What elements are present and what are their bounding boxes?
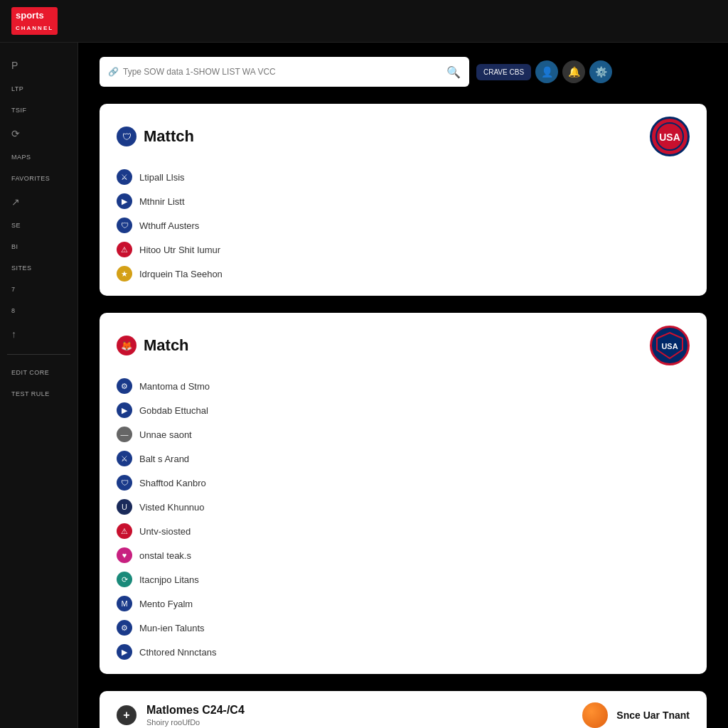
- item-icon: ⚔: [117, 169, 132, 185]
- t-icon: ↑: [11, 328, 16, 340]
- sidebar-item-bi[interactable]: BI: [7, 240, 70, 253]
- se-label: SE: [11, 222, 21, 229]
- card-1-header: 🛡 Mattch USA: [117, 117, 690, 156]
- item-icon: 🛡: [117, 475, 132, 491]
- shield-logo-svg: USA: [655, 331, 684, 360]
- list-item[interactable]: ▶ Mthnir Listt: [117, 192, 690, 210]
- item-icon: ⟳: [117, 572, 132, 587]
- item7-label: 7: [11, 286, 16, 293]
- search-bar[interactable]: 🔗 🔍: [100, 57, 469, 87]
- sidebar-item-t[interactable]: ↑: [7, 326, 70, 343]
- maps-label: MAPS: [11, 154, 31, 161]
- sidebar-item-maps[interactable]: MAPS: [7, 151, 70, 164]
- item-icon: M: [117, 596, 132, 611]
- list-item[interactable]: 🛡 Shafftod Kanbro: [117, 473, 690, 492]
- list-item[interactable]: 🛡 Wthuff Austers: [117, 216, 690, 235]
- item-text: Visted Khunnuo: [139, 502, 205, 513]
- sidebar: P LTP TSIF ⟳ MAPS Favorites ↗ SE BI Site…: [0, 43, 78, 728]
- profile-button[interactable]: 👤: [535, 60, 558, 83]
- item-text: Wthuff Austers: [139, 220, 199, 231]
- item-text: Shafftod Kanbro: [139, 478, 206, 488]
- item-text: Gobdab Ettuchal: [139, 405, 208, 416]
- item-text: Untv-siosted: [139, 526, 191, 537]
- list-item[interactable]: ★ Idrquein Tla Seehon: [117, 264, 690, 283]
- sites-label: Sites: [11, 264, 32, 272]
- item-text: Mantoma d Stmo: [139, 381, 210, 392]
- sidebar-item-arrow[interactable]: ↗: [7, 193, 70, 210]
- search-prefix-icon: 🔗: [108, 67, 119, 77]
- bottom-card-title: Matlomes C24-/C4: [146, 704, 245, 717]
- app-layout: P LTP TSIF ⟳ MAPS Favorites ↗ SE BI Site…: [0, 43, 728, 728]
- bottom-card-subtitle: Shoiry rooUfDo: [146, 718, 245, 727]
- item-text: Hitoo Utr Shit Iumur: [139, 245, 220, 255]
- bottom-card[interactable]: + Matlomes C24-/C4 Shoiry rooUfDo Snce U…: [100, 691, 707, 728]
- list-item[interactable]: ⚠ Hitoo Utr Shit Iumur: [117, 240, 690, 259]
- bottom-card-right: Snce Uar Tnant: [582, 702, 690, 728]
- svg-text:USA: USA: [661, 342, 678, 350]
- notification-button[interactable]: 🔔: [562, 60, 585, 83]
- card-2-team-logo: USA: [650, 326, 690, 365]
- list-item[interactable]: ♥ onstal teak.s: [117, 546, 690, 564]
- header-actions: CRAVE CBS 👤 🔔 ⚙️: [476, 60, 612, 83]
- channel-sub: CHANNEL: [16, 25, 53, 31]
- card-2-title: Match: [144, 336, 189, 355]
- list-item[interactable]: — Unnae saont: [117, 425, 690, 444]
- list-item[interactable]: ⚙ Mun-ien Talunts: [117, 619, 690, 637]
- sidebar-item-p[interactable]: P: [7, 57, 70, 74]
- sidebar-item-test-rule[interactable]: TEST RULE: [7, 387, 70, 400]
- sidebar-item-ltp[interactable]: LTP: [7, 82, 70, 95]
- item-icon: ▶: [117, 644, 132, 660]
- card-2-fox-icon: 🦊: [117, 336, 136, 355]
- item-icon: ⚙: [117, 620, 132, 636]
- card-2-result-list: ⚙ Mantoma d Stmo ▶ Gobdab Ettuchal — Unn…: [117, 377, 690, 661]
- sidebar-item-8[interactable]: 8: [7, 304, 70, 317]
- list-item[interactable]: ▶ Cthtored Nnnctans: [117, 643, 690, 661]
- tsif-label: TSIF: [11, 107, 27, 114]
- sidebar-item-clock[interactable]: ⟳: [7, 125, 70, 142]
- bottom-card-left: + Matlomes C24-/C4 Shoiry rooUfDo: [117, 704, 245, 727]
- item-icon: ⚠: [117, 523, 132, 539]
- header: sportsCHANNEL: [0, 0, 728, 43]
- item-icon: 🛡: [117, 218, 132, 233]
- search-icon[interactable]: 🔍: [446, 65, 461, 79]
- settings-button[interactable]: ⚙️: [589, 60, 612, 83]
- search-input[interactable]: [123, 67, 446, 77]
- sidebar-item-favorites[interactable]: Favorites: [7, 172, 70, 185]
- search-bar-row: 🔗 🔍 CRAVE CBS 👤 🔔 ⚙️: [100, 57, 707, 87]
- item-text: Unnae saont: [139, 429, 192, 440]
- list-item[interactable]: ⚔ Ltipall Llsis: [117, 168, 690, 186]
- ltp-label: LTP: [11, 85, 23, 92]
- sidebar-item-7[interactable]: 7: [7, 283, 70, 296]
- item-text: Mthnir Listt: [139, 196, 185, 207]
- sports-logo: sportsCHANNEL: [11, 7, 58, 35]
- card-1-title: Mattch: [144, 127, 194, 146]
- test-rule-label: TEST RULE: [11, 390, 50, 397]
- crave-cbs-button[interactable]: CRAVE CBS: [476, 64, 531, 80]
- sidebar-item-tsif[interactable]: TSIF: [7, 104, 70, 117]
- list-item[interactable]: ⚔ Balt s Arand: [117, 449, 690, 468]
- item-text: Itacnjpo Litans: [139, 574, 199, 585]
- card-1-shield-icon: 🛡: [117, 127, 136, 146]
- result-card-1: 🛡 Mattch USA ⚔ Ltipall Llsis ▶ Mth: [100, 104, 707, 296]
- card-2-header: 🦊 Match USA: [117, 326, 690, 365]
- edit-core-label: Edit Core: [11, 369, 49, 376]
- item-icon: ▶: [117, 402, 132, 418]
- usa-logo-svg: USA: [655, 122, 684, 151]
- list-item[interactable]: ⚠ Untv-siosted: [117, 522, 690, 540]
- arrow-icon: ↗: [11, 196, 20, 208]
- sidebar-item-edit-core[interactable]: Edit Core: [7, 366, 70, 379]
- orange-ball-icon: [582, 702, 608, 728]
- item8-label: 8: [11, 307, 16, 314]
- sidebar-item-se[interactable]: SE: [7, 219, 70, 232]
- item-icon: ⚠: [117, 242, 132, 257]
- list-item[interactable]: M Mento Fyalm: [117, 594, 690, 613]
- item-text: Mento Fyalm: [139, 599, 193, 609]
- list-item[interactable]: U Visted Khunnuo: [117, 498, 690, 516]
- list-item[interactable]: ▶ Gobdab Ettuchal: [117, 401, 690, 419]
- list-item[interactable]: ⟳ Itacnjpo Litans: [117, 570, 690, 589]
- sidebar-item-sites[interactable]: Sites: [7, 262, 70, 274]
- list-item[interactable]: ⚙ Mantoma d Stmo: [117, 377, 690, 395]
- item-text: Ltipall Llsis: [139, 172, 185, 183]
- card-1-title-area: 🛡 Mattch: [117, 127, 194, 146]
- card-2-title-area: 🦊 Match: [117, 336, 189, 355]
